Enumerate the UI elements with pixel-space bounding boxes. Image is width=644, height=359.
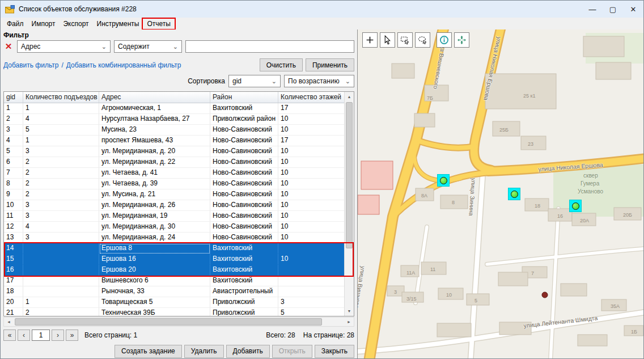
table-cell: 1 bbox=[23, 103, 99, 114]
table-row[interactable]: 124ул. Меридианная, д. 30Ново-Савиновски… bbox=[4, 222, 354, 233]
table-row[interactable]: 92ул. Мусина, д. 21Ново-Савиновский10 bbox=[4, 189, 354, 200]
scroll-right-icon[interactable]: ► bbox=[344, 318, 354, 326]
table-cell: 11 bbox=[4, 211, 23, 222]
table-row[interactable]: 133ул. Меридианная, д. 24Ново-Савиновски… bbox=[4, 233, 354, 243]
selected-object-marker[interactable] bbox=[508, 188, 520, 200]
scroll-up-icon[interactable]: ▲ bbox=[345, 92, 354, 102]
vertical-scroll-thumb[interactable] bbox=[346, 102, 353, 248]
lasso-select-tool[interactable] bbox=[415, 32, 430, 48]
menu-item-4[interactable]: Инструменты bbox=[93, 19, 143, 29]
table-cell: ул. Меридианная, д. 26 bbox=[99, 200, 210, 211]
scroll-down-icon[interactable]: ▼ bbox=[345, 306, 354, 316]
table-cell: 6 bbox=[4, 157, 23, 168]
close-list-button[interactable]: Закрыть bbox=[315, 345, 354, 358]
total-count-label: Всего: 28 bbox=[266, 331, 295, 339]
sort-field-select[interactable]: gid ⌄ bbox=[228, 75, 281, 87]
table-cell: Ново-Савиновский bbox=[210, 233, 278, 243]
menu-item-1[interactable]: Файл bbox=[3, 19, 28, 29]
filter-field-select[interactable]: Адрес ⌄ bbox=[17, 40, 111, 53]
column-header[interactable]: Количество этажей bbox=[278, 92, 345, 103]
table-row[interactable]: 15Ершова 16Вахитовский10 bbox=[4, 254, 354, 265]
remove-filter-icon[interactable]: ✕ bbox=[3, 41, 14, 52]
last-page-button[interactable]: » bbox=[66, 330, 78, 341]
table-row[interactable]: 41проспект Ямашева, 43Ново-Савиновский17 bbox=[4, 136, 354, 146]
next-page-button[interactable]: › bbox=[52, 330, 64, 341]
table-cell: 17 bbox=[278, 136, 345, 146]
table-cell: 10 bbox=[278, 179, 345, 189]
menu-item-5[interactable]: Отчеты bbox=[143, 19, 174, 29]
table-row[interactable]: 113ул. Меридианная, 19Ново-Савиновский10 bbox=[4, 211, 354, 222]
table-row[interactable]: 17Вишневского 6Вахитовский bbox=[4, 276, 354, 286]
add-filter-link[interactable]: Добавить фильтр bbox=[3, 61, 58, 69]
table-cell: 4 bbox=[23, 222, 99, 233]
filter-value-input[interactable] bbox=[185, 40, 354, 53]
table-cell: 8 bbox=[4, 179, 23, 189]
first-page-button[interactable]: « bbox=[3, 330, 16, 341]
horizontal-scroll-thumb[interactable] bbox=[15, 318, 322, 326]
horizontal-scroll-track[interactable] bbox=[14, 318, 344, 326]
table-cell: Рыночная, 33 bbox=[99, 286, 210, 297]
table-cell: Приволжский bbox=[210, 308, 278, 316]
table-row[interactable]: 82ул. Четаева, д. 39Ново-Савиновский10 bbox=[4, 179, 354, 189]
table-row[interactable]: 18Рыночная, 33Авиастроительный bbox=[4, 286, 354, 297]
table-cell: 10 bbox=[278, 222, 345, 233]
page-number-input[interactable] bbox=[32, 330, 50, 341]
info-tool[interactable] bbox=[437, 32, 452, 48]
menubar: ФайлИмпортЭкспортИнструментыОтчеты bbox=[1, 18, 643, 29]
menu-item-2[interactable]: Импорт bbox=[28, 19, 60, 29]
close-button[interactable]: ✕ bbox=[623, 1, 643, 18]
table-cell: 17 bbox=[278, 103, 345, 114]
building-number-label: 10 bbox=[446, 292, 452, 298]
column-header[interactable]: Адрес bbox=[99, 92, 210, 103]
minimize-button[interactable]: — bbox=[582, 1, 603, 18]
selected-object-marker[interactable] bbox=[569, 200, 582, 212]
horizontal-scrollbar[interactable]: ◄ ► bbox=[3, 317, 354, 327]
add-point-tool[interactable] bbox=[362, 32, 378, 48]
table-row[interactable]: 201Товарищеская 5Приволжский3 bbox=[4, 297, 354, 308]
filter-condition-select[interactable]: Содержит ⌄ bbox=[114, 40, 182, 53]
column-header[interactable]: gid bbox=[4, 92, 23, 103]
add-combined-filter-link[interactable]: Добавить комбинированный фильтр bbox=[66, 61, 181, 69]
table-row[interactable]: 53ул. Меридианная, д. 20Ново-Савиновский… bbox=[4, 146, 354, 157]
building-number-label: 25Б bbox=[499, 127, 509, 133]
add-button[interactable]: Добавить bbox=[226, 345, 270, 358]
create-task-button[interactable]: Создать задание bbox=[115, 345, 182, 358]
building-number-label: 25 к1 bbox=[523, 93, 535, 99]
maximize-button[interactable]: ▢ bbox=[603, 1, 623, 18]
table-row[interactable]: 16Ершова 20Вахитовский bbox=[4, 265, 354, 276]
table-row[interactable]: 212Техническая 39БПриволжский5 bbox=[4, 308, 354, 316]
chevron-down-icon: ⌄ bbox=[101, 44, 107, 49]
chevron-down-icon: ⌄ bbox=[345, 78, 350, 84]
delete-button[interactable]: Удалить bbox=[184, 345, 224, 358]
table-cell: 5 bbox=[23, 125, 99, 136]
vertical-scrollbar[interactable]: ▲ ▼ bbox=[344, 92, 354, 316]
building-number-label: 18 bbox=[535, 203, 540, 209]
scroll-left-icon[interactable]: ◄ bbox=[4, 318, 14, 326]
table-cell: 18 bbox=[4, 286, 23, 297]
prev-page-button[interactable]: ‹ bbox=[18, 330, 30, 341]
object-marker[interactable] bbox=[542, 292, 548, 298]
table-row[interactable]: 35Мусина, 23Ново-Савиновский10 bbox=[4, 125, 354, 136]
table-row[interactable]: 62ул. Меридианная, д. 22Ново-Савиновский… bbox=[4, 157, 354, 168]
table-row[interactable]: 103ул. Меридианная, д. 26Ново-Савиновски… bbox=[4, 200, 354, 211]
column-header[interactable]: Количество подъездов bbox=[23, 92, 99, 103]
fit-extent-tool[interactable] bbox=[454, 32, 469, 48]
table-cell: 3 bbox=[23, 200, 99, 211]
menu-item-3[interactable]: Экспорт bbox=[59, 19, 92, 29]
table-cell: Ершова 8 bbox=[99, 243, 210, 254]
table-cell: 21 bbox=[4, 308, 23, 316]
column-header[interactable]: Район bbox=[210, 92, 278, 103]
pointer-select-tool[interactable] bbox=[380, 32, 395, 48]
rectangle-select-tool[interactable] bbox=[397, 32, 413, 48]
filter-section-label: Фильтр bbox=[3, 31, 354, 39]
building-number-label: 11 bbox=[430, 267, 435, 272]
sort-direction-select[interactable]: По возрастанию ⌄ bbox=[284, 75, 354, 87]
table-row[interactable]: 11Агрономическая, 1Вахитовский17 bbox=[4, 103, 354, 114]
clear-button[interactable]: Очистить bbox=[260, 58, 303, 71]
map[interactable]: улица Вишневскогоулица Николая Ершоваули… bbox=[358, 29, 643, 358]
table-row[interactable]: 24Нурсултана Назарбаева, 27Приволжский р… bbox=[4, 114, 354, 125]
selected-object-marker[interactable] bbox=[437, 174, 450, 187]
table-row[interactable]: 14Ершова 8Вахитовский bbox=[4, 243, 354, 254]
table-row[interactable]: 72ул. Четаева, д. 41Ново-Савиновский10 bbox=[4, 168, 354, 179]
apply-button[interactable]: Применить bbox=[306, 58, 354, 71]
